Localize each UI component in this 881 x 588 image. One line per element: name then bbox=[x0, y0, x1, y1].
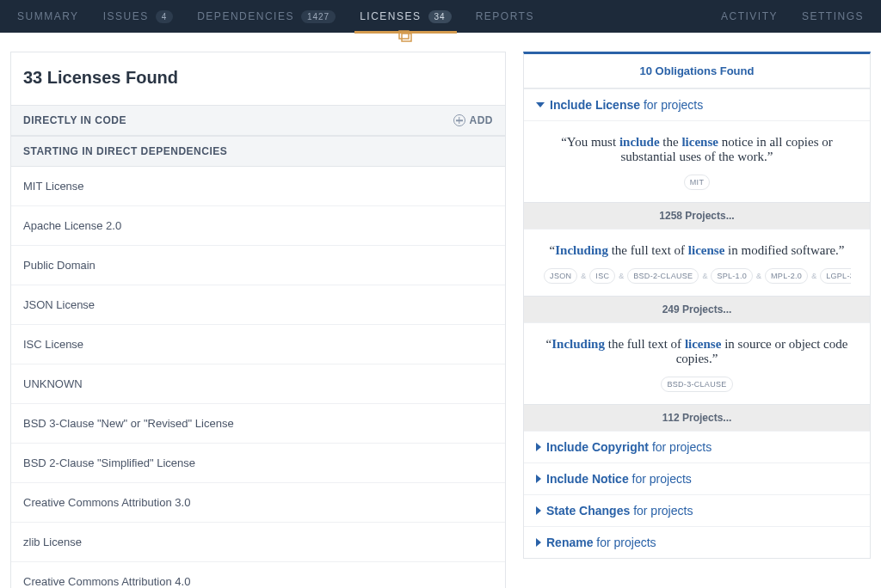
obligation-title-bold: Include License bbox=[550, 98, 640, 112]
section-label: DIRECTLY IN CODE bbox=[23, 114, 126, 126]
obligation-title-bold: Rename bbox=[546, 536, 593, 549]
tag-separator: & bbox=[756, 272, 761, 280]
obligation-title-rest: for projects bbox=[629, 472, 692, 486]
tag-separator: & bbox=[811, 272, 816, 280]
license-row[interactable]: UNKNOWN bbox=[11, 364, 505, 404]
nav-badge: 4 bbox=[156, 10, 174, 23]
license-row[interactable]: JSON License bbox=[11, 285, 505, 325]
main-content: 33 Licenses Found DIRECTLY IN CODE ADD S… bbox=[0, 33, 881, 588]
section-label: STARTING IN DIRECT DEPENDENCIES bbox=[23, 145, 227, 157]
license-row[interactable]: Creative Commons Attribution 4.0 bbox=[11, 562, 505, 588]
projects-count-bar[interactable]: 249 Projects... bbox=[524, 296, 870, 322]
obligation-quote: “Including the full text of license in s… bbox=[524, 322, 870, 404]
license-row[interactable]: zlib License bbox=[11, 523, 505, 562]
add-label: ADD bbox=[470, 114, 494, 126]
projects-count-bar[interactable]: 112 Projects... bbox=[524, 404, 870, 431]
nav-tab-activity[interactable]: ACTIVITY bbox=[721, 0, 778, 33]
license-tags: BSD-3-CLAUSE bbox=[543, 377, 851, 392]
obligations-panel: 10 Obligations Found Include License for… bbox=[523, 52, 871, 559]
license-row[interactable]: Public Domain bbox=[11, 246, 505, 285]
plus-circle-icon bbox=[453, 114, 465, 126]
chevron-right-icon bbox=[536, 443, 541, 451]
obligation-title-rest: for projects bbox=[644, 98, 703, 112]
license-tag[interactable]: LGPL-3.0-ONLY bbox=[820, 268, 851, 284]
nav-label: LICENSES bbox=[360, 10, 421, 22]
nav-tab-dependencies[interactable]: DEPENDENCIES1427 bbox=[197, 0, 336, 33]
obligation-title-bold: State Changes bbox=[546, 504, 630, 518]
projects-count-bar[interactable]: 1258 Projects... bbox=[524, 202, 870, 229]
section-directly-in-code: DIRECTLY IN CODE ADD bbox=[11, 105, 505, 136]
nav-label: SUMMARY bbox=[17, 10, 79, 22]
obligation-title-bold: Include Notice bbox=[546, 472, 629, 486]
nav-label: DEPENDENCIES bbox=[197, 10, 294, 22]
obligations-title: 10 Obligations Found bbox=[524, 54, 870, 89]
nav-right-group: ACTIVITYSETTINGS bbox=[721, 0, 864, 33]
obligation-quote: “You must include the license notice in … bbox=[524, 120, 870, 202]
nav-badge: 1427 bbox=[301, 10, 336, 23]
nav-left-group: SUMMARYISSUES4DEPENDENCIES1427LICENSES34… bbox=[17, 0, 534, 33]
add-license-button[interactable]: ADD bbox=[453, 114, 494, 126]
section-direct-deps: STARTING IN DIRECT DEPENDENCIES bbox=[11, 136, 505, 167]
chevron-right-icon bbox=[536, 506, 541, 515]
obligation-state-changes[interactable]: State Changes for projects bbox=[524, 494, 870, 526]
license-tags: APACHE-2.0&JSON&ISC&BSD-2-CLAUSE&SPL-1.0… bbox=[543, 268, 851, 284]
tag-separator: & bbox=[581, 272, 586, 280]
tag-separator: & bbox=[619, 272, 624, 280]
license-row[interactable]: ISC License bbox=[11, 325, 505, 364]
license-tag[interactable]: ISC bbox=[589, 268, 615, 284]
nav-tab-licenses[interactable]: LICENSES34 bbox=[360, 0, 451, 33]
chevron-down-icon bbox=[536, 102, 545, 107]
nav-badge: 34 bbox=[428, 10, 452, 23]
obligation-rename[interactable]: Rename for projects bbox=[524, 526, 870, 558]
license-tag[interactable]: BSD-2-CLAUSE bbox=[627, 268, 699, 284]
nav-label: REPORTS bbox=[476, 10, 534, 22]
obligation-title-bold: Include Copyright bbox=[546, 440, 649, 454]
obligation-include-license[interactable]: Include License for projects bbox=[524, 89, 870, 120]
obligation-title-rest: for projects bbox=[593, 536, 656, 549]
licenses-panel-title: 33 Licenses Found bbox=[11, 52, 505, 105]
license-tag[interactable]: MIT bbox=[684, 175, 710, 190]
nav-label: ISSUES bbox=[103, 10, 149, 22]
nav-tab-reports[interactable]: REPORTS bbox=[476, 0, 534, 33]
obligation-quote: “Including the full text of license in m… bbox=[524, 229, 870, 296]
nav-tab-summary[interactable]: SUMMARY bbox=[17, 0, 79, 33]
licenses-panel: 33 Licenses Found DIRECTLY IN CODE ADD S… bbox=[10, 52, 506, 588]
license-tag[interactable]: BSD-3-CLAUSE bbox=[661, 377, 732, 392]
license-list: MIT LicenseApache License 2.0Public Doma… bbox=[11, 167, 505, 588]
license-row[interactable]: BSD 3-Clause "New" or "Revised" License bbox=[11, 404, 505, 444]
license-tags: MIT bbox=[543, 175, 851, 190]
top-navbar: SUMMARYISSUES4DEPENDENCIES1427LICENSES34… bbox=[0, 0, 881, 33]
obligation-title-rest: for projects bbox=[649, 440, 712, 454]
nav-tab-issues[interactable]: ISSUES4 bbox=[103, 0, 174, 33]
license-tag[interactable]: JSON bbox=[544, 268, 577, 284]
license-row[interactable]: BSD 2-Clause "Simplified" License bbox=[11, 444, 505, 483]
licenses-icon bbox=[397, 29, 414, 43]
chevron-right-icon bbox=[536, 475, 541, 483]
obligation-include-notice[interactable]: Include Notice for projects bbox=[524, 462, 870, 494]
license-row[interactable]: MIT License bbox=[11, 167, 505, 206]
nav-tab-settings[interactable]: SETTINGS bbox=[802, 0, 864, 33]
chevron-right-icon bbox=[536, 538, 541, 547]
license-tag[interactable]: SPL-1.0 bbox=[711, 268, 753, 284]
license-row[interactable]: Creative Commons Attribution 3.0 bbox=[11, 483, 505, 523]
obligation-title-rest: for projects bbox=[630, 504, 693, 518]
tag-separator: & bbox=[702, 272, 707, 280]
license-tag[interactable]: MPL-2.0 bbox=[765, 268, 808, 284]
license-row[interactable]: Apache License 2.0 bbox=[11, 206, 505, 246]
obligation-include-copyright[interactable]: Include Copyright for projects bbox=[524, 431, 870, 462]
